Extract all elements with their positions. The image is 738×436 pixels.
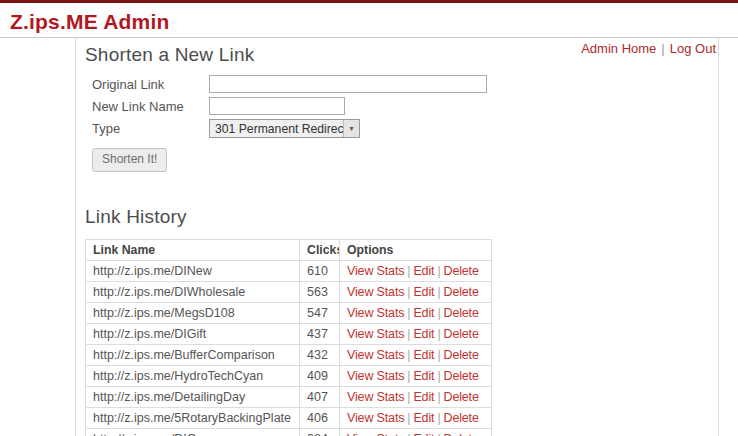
options-separator: | [407,285,410,299]
options-separator: | [407,432,410,436]
options-separator: | [437,306,440,320]
clicks-cell: 610 [300,261,340,282]
clicks-cell: 409 [300,366,340,387]
edit-link[interactable]: Edit [413,348,434,362]
view-stats-link[interactable]: View Stats [347,327,404,341]
delete-link[interactable]: Delete [444,348,479,362]
options-separator: | [437,390,440,404]
options-separator: | [407,369,410,383]
clicks-cell: 407 [300,387,340,408]
col-header-options: Options [340,240,492,261]
table-row: http://z.ips.me/5RotaryBackingPlate 406 … [86,408,492,429]
original-link-row: Original Link [92,75,718,93]
link-name-cell: http://z.ips.me/DINew [86,261,300,282]
table-row: http://z.ips.me/DIGreen 384 View Stats|E… [86,429,492,436]
view-stats-link[interactable]: View Stats [347,348,404,362]
delete-link[interactable]: Delete [444,369,479,383]
view-stats-link[interactable]: View Stats [347,264,404,278]
link-history-table: Link Name Clicks Options http://z.ips.me… [85,239,492,436]
link-name-cell: http://z.ips.me/BufferComparison [86,345,300,366]
options-cell: View Stats|Edit|Delete [340,408,492,429]
table-row: http://z.ips.me/DetailingDay 407 View St… [86,387,492,408]
view-stats-link[interactable]: View Stats [347,411,404,425]
col-header-clicks: Clicks [300,240,340,261]
options-cell: View Stats|Edit|Delete [340,303,492,324]
options-separator: | [407,348,410,362]
nav-admin-home-link[interactable]: Admin Home [581,41,656,56]
options-cell: View Stats|Edit|Delete [340,261,492,282]
admin-nav: Admin Home|Log Out [581,41,716,56]
options-separator: | [407,411,410,425]
table-row: http://z.ips.me/DIGift 437 View Stats|Ed… [86,324,492,345]
type-label: Type [92,119,209,136]
link-name-cell: http://z.ips.me/DIWholesale [86,282,300,303]
edit-link[interactable]: Edit [413,411,434,425]
options-separator: | [437,348,440,362]
link-name-cell: http://z.ips.me/DIGift [86,324,300,345]
options-cell: View Stats|Edit|Delete [340,345,492,366]
options-separator: | [437,411,440,425]
edit-link[interactable]: Edit [413,390,434,404]
clicks-cell: 563 [300,282,340,303]
view-stats-link[interactable]: View Stats [347,390,404,404]
chevron-down-icon: ▾ [343,120,359,137]
link-name-cell: http://z.ips.me/DetailingDay [86,387,300,408]
link-name-cell: http://z.ips.me/HydroTechCyan [86,366,300,387]
options-cell: View Stats|Edit|Delete [340,366,492,387]
shorten-button[interactable]: Shorten It! [92,148,167,172]
options-cell: View Stats|Edit|Delete [340,387,492,408]
delete-link[interactable]: Delete [444,327,479,341]
clicks-cell: 384 [300,429,340,436]
nav-separator: | [661,41,664,56]
edit-link[interactable]: Edit [413,432,434,436]
link-name-cell: http://z.ips.me/MegsD108 [86,303,300,324]
table-row: http://z.ips.me/MegsD108 547 View Stats|… [86,303,492,324]
clicks-cell: 437 [300,324,340,345]
clicks-cell: 547 [300,303,340,324]
shorten-form: Original Link New Link Name Type 301 Per… [85,75,718,172]
new-link-name-input[interactable] [209,97,345,115]
options-separator: | [407,390,410,404]
options-separator: | [437,432,440,436]
edit-link[interactable]: Edit [413,369,434,383]
options-separator: | [407,264,410,278]
options-cell: View Stats|Edit|Delete [340,282,492,303]
options-separator: | [437,285,440,299]
original-link-input[interactable] [209,75,487,93]
view-stats-link[interactable]: View Stats [347,285,404,299]
view-stats-link[interactable]: View Stats [347,432,404,436]
edit-link[interactable]: Edit [413,306,434,320]
link-history-heading: Link History [85,206,718,228]
table-header-row: Link Name Clicks Options [86,240,492,261]
options-separator: | [437,327,440,341]
clicks-cell: 406 [300,408,340,429]
edit-link[interactable]: Edit [413,327,434,341]
edit-link[interactable]: Edit [413,264,434,278]
type-row: Type 301 Permanent Redirect ▾ [92,119,718,138]
new-link-name-label: New Link Name [92,97,209,114]
type-select-value: 301 Permanent Redirect [215,122,347,136]
delete-link[interactable]: Delete [444,411,479,425]
table-row: http://z.ips.me/DIWholesale 563 View Sta… [86,282,492,303]
view-stats-link[interactable]: View Stats [347,369,404,383]
delete-link[interactable]: Delete [444,306,479,320]
app-title: Z.ips.ME Admin [10,10,170,33]
table-row: http://z.ips.me/HydroTechCyan 409 View S… [86,366,492,387]
options-separator: | [437,264,440,278]
options-cell: View Stats|Edit|Delete [340,429,492,436]
edit-link[interactable]: Edit [413,285,434,299]
delete-link[interactable]: Delete [444,390,479,404]
delete-link[interactable]: Delete [444,285,479,299]
options-cell: View Stats|Edit|Delete [340,324,492,345]
new-link-name-row: New Link Name [92,97,718,115]
link-name-cell: http://z.ips.me/5RotaryBackingPlate [86,408,300,429]
nav-logout-link[interactable]: Log Out [670,41,716,56]
table-row: http://z.ips.me/DINew 610 View Stats|Edi… [86,261,492,282]
original-link-label: Original Link [92,75,209,92]
type-select[interactable]: 301 Permanent Redirect ▾ [209,119,360,138]
delete-link[interactable]: Delete [444,264,479,278]
options-separator: | [437,369,440,383]
view-stats-link[interactable]: View Stats [347,306,404,320]
delete-link[interactable]: Delete [444,432,479,436]
table-row: http://z.ips.me/BufferComparison 432 Vie… [86,345,492,366]
